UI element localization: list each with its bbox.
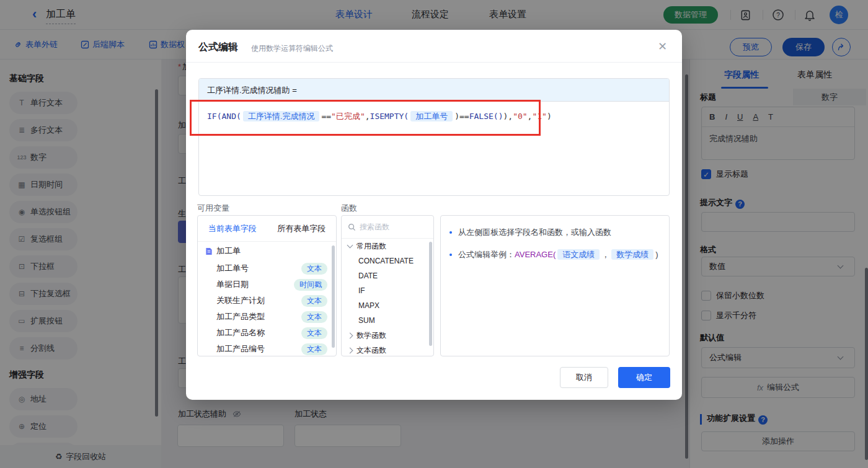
field-type-badge: 时间戳 (294, 279, 327, 291)
variable-item[interactable]: 关联生产计划文本 (198, 293, 336, 309)
divider (186, 62, 682, 63)
field-type-badge: 文本 (301, 295, 327, 307)
variables-panel: 当前表单字段 所有表单字段 加工单 加工单号文本 单据日期时间戳 关联生产计划文… (197, 215, 337, 356)
function-group-math[interactable]: 数学函数 (342, 328, 433, 343)
help-tip: 从左侧面板选择字段名和函数，或输入函数 (450, 226, 660, 239)
close-icon[interactable]: ✕ (658, 40, 667, 53)
function-item[interactable]: SUM (342, 313, 433, 328)
tab-current-form-fields[interactable]: 当前表单字段 (198, 216, 267, 241)
variable-item[interactable]: 加工单号文本 (198, 260, 336, 276)
variable-item[interactable]: 加工产品类型文本 (198, 309, 336, 325)
functions-scrollbar[interactable] (429, 242, 432, 346)
example-field-token: 语文成绩 (557, 249, 600, 260)
chevron-right-icon (347, 332, 353, 338)
formula-segment: ) (547, 112, 552, 121)
function-group-text[interactable]: 文本函数 (342, 343, 433, 358)
variables-scrollbar[interactable] (332, 245, 335, 348)
formula-segment: ), (503, 112, 513, 121)
variable-item[interactable]: 加工产品名称文本 (198, 325, 336, 341)
formula-segment: , (365, 112, 370, 121)
formula-segment: )== (454, 112, 469, 121)
chevron-down-icon (347, 242, 353, 249)
help-example: 公式编辑举例：AVERAGE(语文成绩，数学成绩) (450, 248, 660, 262)
field-type-badge: 文本 (301, 343, 327, 355)
modal-title: 公式编辑 (198, 41, 238, 54)
field-type-badge: 文本 (301, 327, 327, 339)
function-item[interactable]: DATE (342, 268, 433, 283)
modal-subtitle: 使用数学运算符编辑公式 (251, 43, 333, 54)
formula-field-token[interactable]: 加工单号 (410, 111, 453, 121)
example-field-token: 数学成绩 (611, 249, 653, 260)
function-item[interactable]: CONCATENATE (342, 254, 433, 268)
tab-all-form-fields[interactable]: 所有表单字段 (267, 216, 337, 241)
function-search-input[interactable] (360, 223, 422, 231)
formula-segment: "1" (532, 112, 546, 121)
formula-segment: == (321, 112, 331, 121)
functions-label: 函数 (341, 203, 357, 214)
field-type-badge: 文本 (301, 263, 327, 275)
variable-tree-root[interactable]: 加工单 (198, 242, 336, 260)
search-icon (348, 223, 356, 231)
function-item[interactable]: IF (342, 283, 433, 298)
function-item[interactable]: MAPX (342, 298, 433, 313)
formula-segment: FALSE() (469, 112, 503, 121)
formula-segment: "0" (513, 112, 527, 121)
chevron-right-icon (347, 347, 353, 353)
formula-target: 工序详情.完成情况辅助 = (199, 79, 669, 102)
formula-editor-modal: 公式编辑 使用数学运算符编辑公式 ✕ 工序详情.完成情况辅助 = IF(AND(… (186, 30, 682, 400)
variable-item[interactable]: 单据日期时间戳 (198, 276, 336, 293)
formula-editor-box: 工序详情.完成情况辅助 = IF(AND(工序详情.完成情况=="已完成",IS… (198, 78, 670, 196)
formula-segment: ISEMPTY( (370, 112, 409, 121)
form-doc-icon (205, 247, 213, 255)
function-group-common[interactable]: 常用函数 (342, 239, 433, 254)
help-panel: 从左侧面板选择字段名和函数，或输入函数 公式编辑举例：AVERAGE(语文成绩，… (440, 215, 670, 356)
confirm-button[interactable]: 确定 (618, 367, 670, 388)
field-type-badge: 文本 (301, 311, 327, 323)
variable-item[interactable]: 加工产品编号文本 (198, 341, 336, 357)
formula-field-token[interactable]: 工序详情.完成情况 (243, 111, 320, 121)
cancel-button[interactable]: 取消 (560, 367, 608, 388)
variables-label: 可用变量 (197, 203, 229, 214)
formula-input[interactable]: IF(AND(工序详情.完成情况=="已完成",ISEMPTY(加工单号)==F… (199, 102, 669, 131)
formula-segment: IF(AND( (207, 112, 241, 121)
formula-segment: "已完成" (331, 112, 365, 121)
example-function: AVERAGE( (515, 250, 556, 259)
functions-panel: 常用函数 CONCATENATE DATE IF MAPX SUM 数学函数 文… (341, 215, 434, 356)
